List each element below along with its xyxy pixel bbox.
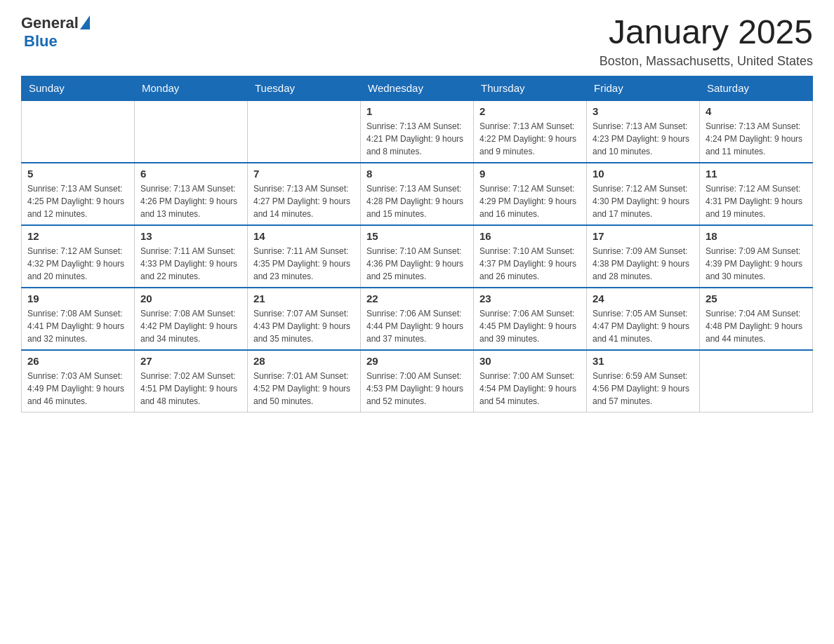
day-number: 27 <box>140 355 241 367</box>
calendar-cell: 30Sunrise: 7:00 AM Sunset: 4:54 PM Dayli… <box>474 350 587 412</box>
day-info: Sunrise: 7:10 AM Sunset: 4:37 PM Dayligh… <box>479 245 581 283</box>
day-number: 31 <box>593 355 694 367</box>
logo-triangle-icon <box>80 15 90 29</box>
day-info: Sunrise: 7:13 AM Sunset: 4:24 PM Dayligh… <box>706 120 807 158</box>
calendar-cell: 13Sunrise: 7:11 AM Sunset: 4:33 PM Dayli… <box>135 225 248 288</box>
day-number: 2 <box>479 105 581 117</box>
day-number: 17 <box>593 230 694 242</box>
week-row-5: 26Sunrise: 7:03 AM Sunset: 4:49 PM Dayli… <box>22 350 813 412</box>
day-info: Sunrise: 7:12 AM Sunset: 4:31 PM Dayligh… <box>706 182 807 220</box>
day-info: Sunrise: 7:05 AM Sunset: 4:47 PM Dayligh… <box>593 307 694 345</box>
calendar-cell: 22Sunrise: 7:06 AM Sunset: 4:44 PM Dayli… <box>361 288 474 350</box>
logo: General Blue <box>21 14 90 51</box>
day-number: 8 <box>366 168 468 180</box>
day-info: Sunrise: 7:11 AM Sunset: 4:35 PM Dayligh… <box>253 245 355 283</box>
calendar-cell: 14Sunrise: 7:11 AM Sunset: 4:35 PM Dayli… <box>248 225 361 288</box>
calendar-cell: 10Sunrise: 7:12 AM Sunset: 4:30 PM Dayli… <box>587 163 700 225</box>
location-title: Boston, Massachusetts, United States <box>600 54 813 69</box>
calendar-cell: 16Sunrise: 7:10 AM Sunset: 4:37 PM Dayli… <box>474 225 587 288</box>
calendar-cell: 7Sunrise: 7:13 AM Sunset: 4:27 PM Daylig… <box>248 163 361 225</box>
day-number: 18 <box>706 230 807 242</box>
week-row-3: 12Sunrise: 7:12 AM Sunset: 4:32 PM Dayli… <box>22 225 813 288</box>
page-header: General Blue January 2025 Boston, Massac… <box>21 14 813 69</box>
week-row-1: 1Sunrise: 7:13 AM Sunset: 4:21 PM Daylig… <box>22 100 813 163</box>
calendar-cell: 17Sunrise: 7:09 AM Sunset: 4:38 PM Dayli… <box>587 225 700 288</box>
day-info: Sunrise: 7:08 AM Sunset: 4:41 PM Dayligh… <box>27 307 128 345</box>
title-section: January 2025 Boston, Massachusetts, Unit… <box>600 14 813 69</box>
day-number: 28 <box>253 355 355 367</box>
month-title: January 2025 <box>600 14 813 51</box>
day-number: 29 <box>366 355 468 367</box>
calendar-cell: 1Sunrise: 7:13 AM Sunset: 4:21 PM Daylig… <box>361 100 474 163</box>
weekday-header-friday: Friday <box>587 76 700 100</box>
day-info: Sunrise: 7:13 AM Sunset: 4:28 PM Dayligh… <box>366 182 468 220</box>
calendar-cell: 2Sunrise: 7:13 AM Sunset: 4:22 PM Daylig… <box>474 100 587 163</box>
calendar-cell: 18Sunrise: 7:09 AM Sunset: 4:39 PM Dayli… <box>700 225 813 288</box>
calendar-cell: 6Sunrise: 7:13 AM Sunset: 4:26 PM Daylig… <box>135 163 248 225</box>
calendar-cell: 21Sunrise: 7:07 AM Sunset: 4:43 PM Dayli… <box>248 288 361 350</box>
day-info: Sunrise: 7:06 AM Sunset: 4:45 PM Dayligh… <box>479 307 581 345</box>
weekday-header-saturday: Saturday <box>700 76 813 100</box>
day-info: Sunrise: 7:08 AM Sunset: 4:42 PM Dayligh… <box>140 307 241 345</box>
calendar-cell: 15Sunrise: 7:10 AM Sunset: 4:36 PM Dayli… <box>361 225 474 288</box>
week-row-4: 19Sunrise: 7:08 AM Sunset: 4:41 PM Dayli… <box>22 288 813 350</box>
day-number: 24 <box>593 293 694 304</box>
day-info: Sunrise: 7:09 AM Sunset: 4:39 PM Dayligh… <box>706 245 807 283</box>
day-number: 5 <box>27 168 128 180</box>
calendar-cell <box>135 100 248 163</box>
day-number: 23 <box>479 293 581 304</box>
day-number: 7 <box>253 168 355 180</box>
calendar-cell: 31Sunrise: 6:59 AM Sunset: 4:56 PM Dayli… <box>587 350 700 412</box>
day-number: 20 <box>140 293 241 304</box>
day-number: 4 <box>706 105 807 117</box>
header-row: SundayMondayTuesdayWednesdayThursdayFrid… <box>22 76 813 100</box>
day-info: Sunrise: 7:00 AM Sunset: 4:53 PM Dayligh… <box>366 370 468 408</box>
day-info: Sunrise: 7:02 AM Sunset: 4:51 PM Dayligh… <box>140 370 241 408</box>
day-info: Sunrise: 7:04 AM Sunset: 4:48 PM Dayligh… <box>706 307 807 345</box>
day-info: Sunrise: 7:07 AM Sunset: 4:43 PM Dayligh… <box>253 307 355 345</box>
day-number: 12 <box>27 230 128 242</box>
calendar-cell: 5Sunrise: 7:13 AM Sunset: 4:25 PM Daylig… <box>22 163 135 225</box>
calendar-cell: 29Sunrise: 7:00 AM Sunset: 4:53 PM Dayli… <box>361 350 474 412</box>
day-info: Sunrise: 7:13 AM Sunset: 4:23 PM Dayligh… <box>593 120 694 158</box>
day-number: 11 <box>706 168 807 180</box>
day-info: Sunrise: 7:13 AM Sunset: 4:27 PM Dayligh… <box>253 182 355 220</box>
calendar-cell: 19Sunrise: 7:08 AM Sunset: 4:41 PM Dayli… <box>22 288 135 350</box>
calendar-cell: 12Sunrise: 7:12 AM Sunset: 4:32 PM Dayli… <box>22 225 135 288</box>
logo-blue-text: Blue <box>24 32 58 51</box>
day-number: 1 <box>366 105 468 117</box>
day-number: 9 <box>479 168 581 180</box>
day-info: Sunrise: 7:00 AM Sunset: 4:54 PM Dayligh… <box>479 370 581 408</box>
day-info: Sunrise: 7:13 AM Sunset: 4:26 PM Dayligh… <box>140 182 241 220</box>
day-number: 21 <box>253 293 355 304</box>
day-info: Sunrise: 7:12 AM Sunset: 4:29 PM Dayligh… <box>479 182 581 220</box>
day-number: 22 <box>366 293 468 304</box>
calendar-cell: 27Sunrise: 7:02 AM Sunset: 4:51 PM Dayli… <box>135 350 248 412</box>
weekday-header-sunday: Sunday <box>22 76 135 100</box>
calendar-cell: 25Sunrise: 7:04 AM Sunset: 4:48 PM Dayli… <box>700 288 813 350</box>
day-number: 16 <box>479 230 581 242</box>
day-info: Sunrise: 7:03 AM Sunset: 4:49 PM Dayligh… <box>27 370 128 408</box>
week-row-2: 5Sunrise: 7:13 AM Sunset: 4:25 PM Daylig… <box>22 163 813 225</box>
calendar-cell: 23Sunrise: 7:06 AM Sunset: 4:45 PM Dayli… <box>474 288 587 350</box>
calendar-cell: 26Sunrise: 7:03 AM Sunset: 4:49 PM Dayli… <box>22 350 135 412</box>
calendar-cell: 20Sunrise: 7:08 AM Sunset: 4:42 PM Dayli… <box>135 288 248 350</box>
calendar-cell: 9Sunrise: 7:12 AM Sunset: 4:29 PM Daylig… <box>474 163 587 225</box>
logo-general-text: General <box>21 14 79 32</box>
calendar-cell: 4Sunrise: 7:13 AM Sunset: 4:24 PM Daylig… <box>700 100 813 163</box>
day-number: 19 <box>27 293 128 304</box>
day-info: Sunrise: 6:59 AM Sunset: 4:56 PM Dayligh… <box>593 370 694 408</box>
calendar-cell: 28Sunrise: 7:01 AM Sunset: 4:52 PM Dayli… <box>248 350 361 412</box>
day-number: 10 <box>593 168 694 180</box>
weekday-header-wednesday: Wednesday <box>361 76 474 100</box>
day-number: 13 <box>140 230 241 242</box>
day-info: Sunrise: 7:10 AM Sunset: 4:36 PM Dayligh… <box>366 245 468 283</box>
day-info: Sunrise: 7:11 AM Sunset: 4:33 PM Dayligh… <box>140 245 241 283</box>
day-number: 3 <box>593 105 694 117</box>
calendar-cell: 24Sunrise: 7:05 AM Sunset: 4:47 PM Dayli… <box>587 288 700 350</box>
calendar-table: SundayMondayTuesdayWednesdayThursdayFrid… <box>21 76 813 412</box>
day-info: Sunrise: 7:12 AM Sunset: 4:30 PM Dayligh… <box>593 182 694 220</box>
day-info: Sunrise: 7:13 AM Sunset: 4:25 PM Dayligh… <box>27 182 128 220</box>
weekday-header-monday: Monday <box>135 76 248 100</box>
calendar-cell <box>22 100 135 163</box>
